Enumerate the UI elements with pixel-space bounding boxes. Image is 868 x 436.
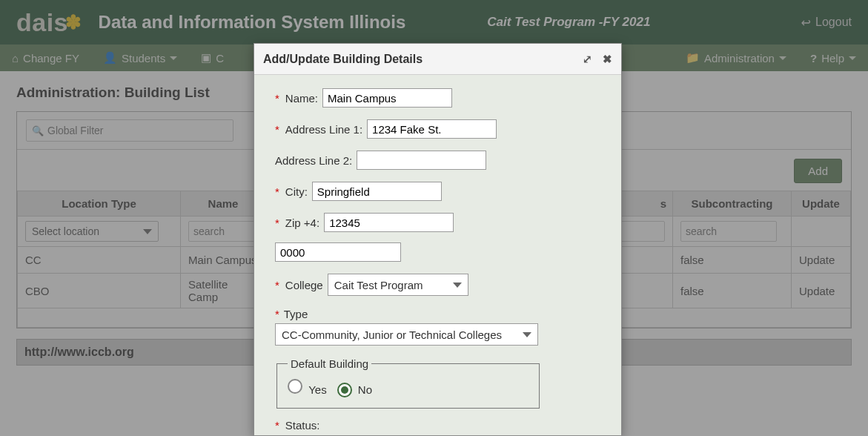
type-select[interactable]: CC-Community, Junior or Technical Colleg… bbox=[275, 323, 538, 346]
required-mark: * bbox=[275, 123, 279, 136]
dialog-header: Add/Update Building Details bbox=[254, 44, 621, 75]
type-label: Type bbox=[284, 308, 308, 320]
dialog-body: * Name: * Address Line 1: Address Line 2… bbox=[254, 75, 621, 435]
no-label: No bbox=[358, 383, 372, 396]
default-building-legend: Default Building bbox=[288, 357, 371, 370]
close-icon[interactable] bbox=[603, 53, 612, 66]
maximize-icon[interactable] bbox=[583, 53, 592, 66]
required-mark: * bbox=[275, 308, 279, 320]
city-input[interactable] bbox=[312, 182, 442, 201]
required-mark: * bbox=[275, 92, 279, 105]
name-label: Name: bbox=[285, 92, 318, 105]
college-value: Cait Test Program bbox=[334, 279, 423, 291]
dialog-title: Add/Update Building Details bbox=[263, 53, 423, 66]
addr1-input[interactable] bbox=[367, 119, 497, 139]
college-label: College bbox=[285, 279, 323, 291]
default-yes-radio[interactable] bbox=[288, 379, 302, 394]
name-input[interactable] bbox=[322, 88, 452, 108]
building-dialog: Add/Update Building Details * Name: * Ad… bbox=[254, 43, 622, 436]
default-no-radio[interactable] bbox=[337, 383, 352, 397]
required-mark: * bbox=[275, 419, 279, 432]
addr2-label: Address Line 2: bbox=[275, 154, 352, 167]
zip5-input[interactable] bbox=[324, 213, 454, 232]
addr2-input[interactable] bbox=[357, 151, 486, 170]
zip-label: Zip +4: bbox=[285, 217, 319, 229]
addr1-label: Address Line 1: bbox=[285, 123, 362, 136]
type-value: CC-Community, Junior or Technical Colleg… bbox=[282, 328, 502, 341]
chevron-down-icon bbox=[523, 332, 531, 337]
chevron-down-icon bbox=[453, 283, 462, 288]
college-select[interactable]: Cait Test Program bbox=[328, 274, 468, 296]
default-building-fieldset: Default Building Yes No bbox=[276, 357, 540, 409]
zip4-input[interactable] bbox=[275, 242, 401, 262]
city-label: City: bbox=[285, 185, 308, 198]
required-mark: * bbox=[275, 279, 279, 291]
status-label: Status: bbox=[285, 419, 320, 432]
required-mark: * bbox=[275, 185, 279, 198]
required-mark: * bbox=[275, 217, 279, 229]
yes-label: Yes bbox=[308, 383, 326, 396]
